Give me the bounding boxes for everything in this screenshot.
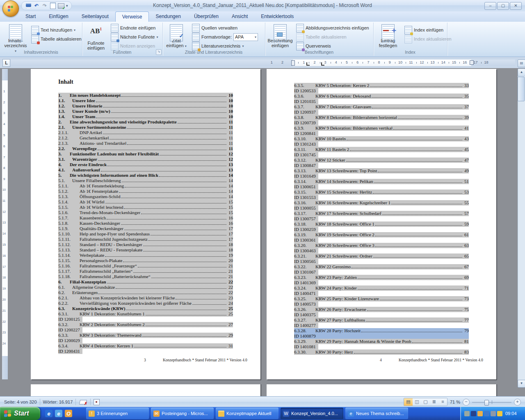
toc-entry[interactable]: 5.1.1.Ab 1€ Fensterbeklebung14: [58, 183, 233, 189]
toc-entry[interactable]: 4.Der erste Eindruck13: [58, 162, 233, 167]
index-einfuegen-button[interactable]: Index einfügen: [404, 26, 443, 34]
toc-entry[interactable]: 5.1.12.Standard – REDU - Deckenhänger18: [58, 242, 233, 247]
toc-entry[interactable]: 4.1.Außenverkauf13: [58, 167, 233, 173]
querverweis-button[interactable]: Querverweis: [296, 42, 331, 50]
toc-entry[interactable]: 3.1.Warenträger12: [58, 157, 233, 162]
horizontal-ruler[interactable]: 21123456789101112131415161718: [11, 59, 515, 66]
toc-id-line[interactable]: ID 1400573: [294, 301, 469, 307]
update-shield-icon[interactable]: [497, 411, 502, 416]
document-page-6-partial[interactable]: [267, 384, 496, 396]
tab-selector-button[interactable]: L: [2, 59, 10, 67]
toc-id-line[interactable]: ID 1200533: [294, 88, 469, 94]
toc-entry[interactable]: 5.1.9.Qualitäts-Deckenhänger17: [58, 226, 233, 231]
maximize-button[interactable]: ▢: [497, 2, 509, 10]
document-page-4[interactable]: 6.3.5.KRW 5 Dekoration: Kerzen 233ID 120…: [267, 69, 496, 379]
toc-entry[interactable]: 5.1.17.Fallrahmenschild „Batterien“21: [58, 269, 233, 274]
proofing-errors-icon[interactable]: ✗: [80, 399, 87, 405]
taskbar-task-4[interactable]: WKonzept_Version_4.0...: [281, 408, 343, 419]
outlook-reminder-icon[interactable]: [477, 411, 483, 416]
toc-id-line[interactable]: ID 1300463: [294, 248, 469, 253]
toc-id-line[interactable]: ID 1200841: [294, 131, 469, 136]
zoom-level[interactable]: 71 %: [450, 399, 460, 404]
toc-entry[interactable]: 1.Ein neues Handelskonzept10: [58, 93, 233, 98]
internet-explorer-icon[interactable]: e: [45, 410, 52, 417]
toc-id-line[interactable]: ID 1300651: [294, 184, 469, 189]
toc-entry[interactable]: 6.3.5.KRW 5 Dekoration: Kerzen 233: [294, 83, 469, 88]
toc-entry[interactable]: 5.1.18.Fallrahmenschild „Batterierücknah…: [58, 274, 233, 279]
toc-id-line[interactable]: ID 1200227: [58, 327, 233, 333]
toc-entry[interactable]: 5.1.Unsere Filialbeschilderung14: [58, 178, 233, 183]
toc-entry[interactable]: 2.1.2.Geschenkartikel11: [58, 135, 233, 141]
toc-id-line[interactable]: ID 1401081: [294, 344, 469, 349]
document-page-3[interactable]: Inhalt 1.Ein neues Handelskonzept101.1.U…: [31, 69, 260, 379]
toc-entry[interactable]: 6.3.13.KRW 13 Schreibwaren: Top Point49: [294, 168, 469, 173]
toc-id-line[interactable]: ID 1301745: [294, 152, 469, 158]
tab-seitenlayout[interactable]: Seitenlayout: [75, 11, 115, 22]
vertical-ruler[interactable]: 123456789101112131415161718192021222324: [2, 69, 8, 379]
toc-entry[interactable]: 6.2.Erläuterungen22: [58, 290, 233, 295]
document-page-5-partial[interactable]: [31, 384, 260, 396]
toc-entry[interactable]: 6.3.10.KRW 10 Basteln43: [294, 136, 469, 142]
toc-id-line[interactable]: ID 1301553: [294, 195, 469, 200]
zoom-slider-thumb[interactable]: [484, 400, 489, 406]
macro-recording-icon[interactable]: [94, 399, 100, 405]
toc-id-line[interactable]: ID 1400471: [294, 291, 469, 296]
close-button[interactable]: ✕: [510, 2, 522, 10]
indent-marker[interactable]: [291, 60, 295, 66]
literaturverzeichnis-button[interactable]: Literaturverzeichnis▾: [192, 42, 244, 50]
toc-entry[interactable]: 6.3.24.KRW 24 Party: Kinder71: [294, 285, 469, 291]
toc-entry[interactable]: 6.3.Konzeptrückwände (KRW)25: [58, 306, 233, 311]
toc-id-line[interactable]: ID 1400879: [294, 333, 469, 339]
footnotes-dialog-launcher-icon[interactable]: ↘: [156, 49, 162, 55]
outlook-icon[interactable]: O: [65, 410, 72, 417]
toc-id-line[interactable]: ID 1200029: [58, 338, 233, 343]
print-layout-view[interactable]: ▤: [404, 398, 413, 406]
index-aktualisieren-button[interactable]: Index aktualisieren: [404, 35, 452, 43]
toc-entry[interactable]: 6.3.30.KRW 30 Party: Herz83: [294, 349, 469, 355]
tab-stop-marker[interactable]: [321, 62, 324, 66]
toc-entry[interactable]: 6.3.26.KRW 26 Party: Erwachsene75: [294, 307, 469, 312]
toc-id-line[interactable]: ID 1300757: [294, 216, 469, 221]
scroll-up-icon[interactable]: ▲: [518, 68, 525, 76]
toc-entry[interactable]: 5.1.13.Standard – REDU - Fensterplakate1…: [58, 247, 233, 253]
ruler-toggle-icon[interactable]: ▤: [518, 59, 525, 67]
toc-entry[interactable]: 6.3.27.KRW 27 Party: Luftballons77: [294, 317, 469, 323]
quellen-verwalten-button[interactable]: Quellen verwalten: [192, 24, 237, 32]
word-count[interactable]: Wörter: 16.917: [43, 399, 73, 404]
toc-entry[interactable]: 6.3.15.KRW 15 Schreibwaren: Herlitz53: [294, 189, 469, 195]
toc-entry[interactable]: 5.1.6.Trend-des-Monats-Deckenhänger15: [58, 210, 233, 215]
taskbar-task-1[interactable]: !3 Erinnerungen: [86, 408, 149, 419]
endnote-einfuegen-button[interactable]: Endnote einfügen: [111, 24, 155, 32]
toc-entry[interactable]: 6.3.7.KRW 7 Dekoration: Glasvasen37: [294, 104, 469, 110]
toc-id-line[interactable]: ID 1300565: [294, 259, 469, 264]
toc-entry[interactable]: 6.Filial-Konzeptplan22: [58, 279, 233, 285]
toc-entry[interactable]: 5.1.8.Kassen-Deckenhänger16: [58, 221, 233, 226]
web-layout-view[interactable]: ▢: [421, 398, 430, 406]
toc-entry[interactable]: 6.3.6.KRW 6 Dekoration: Dekosand35: [294, 94, 469, 99]
toc-entry[interactable]: 6.3.8.KRW 8 Dekoration: Bilderrahmen hor…: [294, 115, 469, 120]
toc-entry[interactable]: 6.3.1.KRW 1 Dekoration: Kunstblumen 125: [58, 311, 233, 317]
tab-stop-marker[interactable]: [306, 62, 310, 66]
toc-id-line[interactable]: ID 1200431: [58, 349, 233, 354]
toc-entry[interactable]: 6.3.19.KRW 19 Schreibwaren: Office 261: [294, 232, 469, 237]
toc-id-line[interactable]: ID 1201035: [294, 99, 469, 104]
draft-view[interactable]: ≡: [438, 398, 447, 406]
tab-ansicht[interactable]: Ansicht: [225, 11, 254, 22]
toc-entry[interactable]: 5.1.16.Fallrahmenschild „Feuerzeuge“21: [58, 263, 233, 269]
toc-id-line[interactable]: ID 1200739: [294, 120, 469, 126]
toc-entry[interactable]: 6.1.Allgemeine Grundsätze22: [58, 285, 233, 290]
toc-entry[interactable]: 5.1.14.Werbeplakate19: [58, 253, 233, 258]
toc-entry[interactable]: 2.2.Warenpflege11: [58, 146, 233, 151]
toc-entry[interactable]: 2.1.3.Aktions- und Trendartikel11: [58, 141, 233, 146]
toc-entry[interactable]: 5.1.4.Ab 1€ Würfel15: [58, 199, 233, 205]
toc-entry[interactable]: 6.3.29.KRW 29 Party: Hannah Montana & Wi…: [294, 339, 469, 344]
toc-entry[interactable]: 6.3.20.KRW 20 Schreibwaren: Office 363: [294, 243, 469, 248]
notizen-anzeigen-button[interactable]: Notizen anzeigen: [111, 42, 155, 50]
formatvorlage-select[interactable]: APA▾: [233, 33, 258, 41]
toc-entry[interactable]: 5.1.7.Kassenbereich16: [58, 215, 233, 221]
beschriftung-einfuegen-button[interactable]: Beschriftung einfügen: [267, 24, 293, 48]
toc-id-line[interactable]: ID 1200125: [58, 317, 233, 322]
toc-heading[interactable]: Inhalt: [58, 79, 73, 85]
toc-id-line[interactable]: ID 1301067: [294, 269, 469, 275]
naechste-fussnote-button[interactable]: Nächste Fußnote▾: [111, 33, 158, 41]
